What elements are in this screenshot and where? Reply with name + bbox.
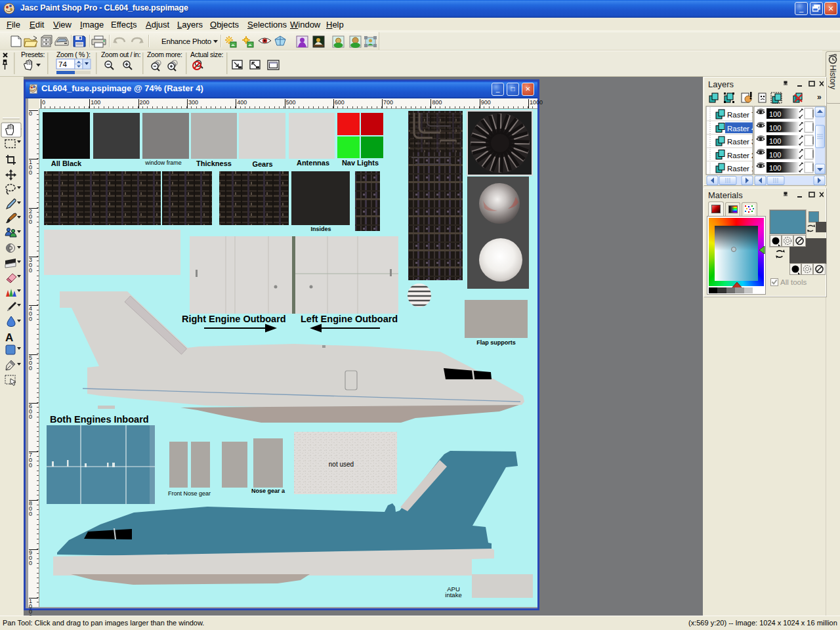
svg-text:All Black: All Black [51,159,82,167]
svg-text:Raster 3: Raster 3 [727,138,755,146]
svg-text:Nav Lights: Nav Lights [342,159,379,167]
svg-text:Front Nose gear: Front Nose gear [168,490,211,497]
svg-text:window frame: window frame [144,159,182,166]
svg-text:intake: intake [445,591,461,598]
svg-text:Enhance Photo: Enhance Photo [161,37,211,45]
svg-text:Nose gear a: Nose gear a [251,488,285,494]
svg-text:Raster 4: Raster 4 [727,125,756,133]
svg-text:74: 74 [58,60,67,68]
svg-text:not used: not used [329,461,354,468]
svg-text:Thickness: Thickness [196,159,232,167]
svg-text:100: 100 [769,110,781,118]
svg-text:Insides: Insides [310,226,331,232]
svg-text:Raster 1: Raster 1 [727,165,755,173]
svg-text:»: » [817,93,822,102]
svg-text:Flap supports: Flap supports [476,339,516,346]
svg-text:Zoom out / in:: Zoom out / in: [101,51,140,58]
svg-text:Left Engine Outboard: Left Engine Outboard [301,314,398,324]
svg-text:Presets:: Presets: [21,51,45,58]
svg-text:Gears: Gears [252,160,272,168]
svg-text:Antennas: Antennas [297,159,329,167]
svg-text:A: A [5,331,13,344]
svg-text:Both Engines Inboard: Both Engines Inboard [50,414,149,425]
svg-text:Actual size:: Actual size: [190,51,223,58]
svg-text:Zoom ( % ):: Zoom ( % ): [56,51,91,58]
svg-text:Zoom more:: Zoom more: [147,51,182,58]
svg-text:Right Engine Outboard: Right Engine Outboard [182,314,286,324]
svg-text:Raster 2: Raster 2 [727,152,755,159]
svg-text:Raster 7: Raster 7 [727,111,755,119]
